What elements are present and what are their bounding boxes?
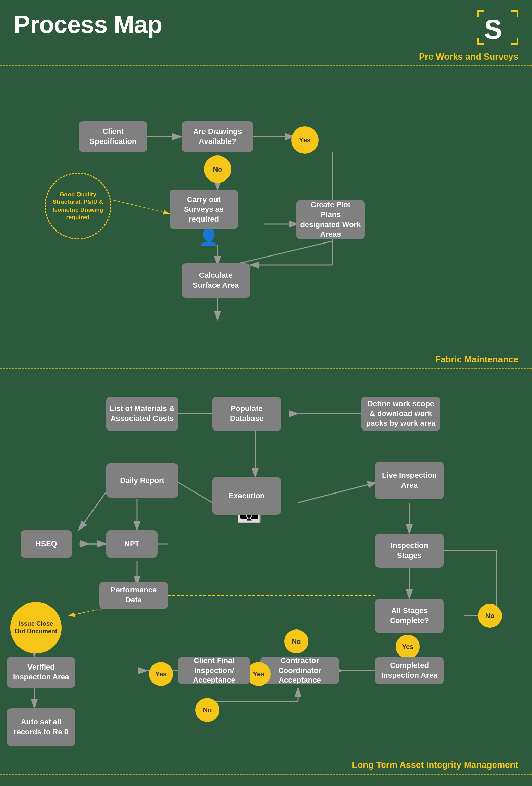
populate-box: Populate Database <box>212 397 281 431</box>
daily-report-box: Daily Report <box>106 463 178 498</box>
calculate-box: Calculate Surface Area <box>182 263 250 298</box>
issue-close-circle: Issue Close Out Document <box>10 602 62 653</box>
longterm-section: Warranty Inspections 12 Month Inspection… <box>0 782 532 786</box>
good-quality-circle: Good Quality Structural, P&ID & Isometri… <box>45 173 111 239</box>
client-final-box: Client Final Inspection/ Acceptance <box>178 657 250 684</box>
pre-works-section: Client Specification Are Drawings Availa… <box>0 73 532 354</box>
performance-box: Performance Data <box>99 582 168 609</box>
no-contractor-circle: No <box>284 629 308 653</box>
all-stages-box: All Stages Complete? <box>375 599 444 633</box>
header: Process Map S <box>0 0 532 51</box>
section-label-fabric: Fabric Maintenance <box>0 354 532 365</box>
page-title: Process Map <box>14 10 162 38</box>
are-drawings-box: Are Drawings Available? <box>182 121 253 152</box>
client-spec-box: Client Specification <box>79 121 147 152</box>
fabric-divider <box>0 368 532 369</box>
yes-verified-circle: Yes <box>149 662 173 686</box>
section-label-longterm: Long Term Asset Integrity Management <box>0 760 532 770</box>
logo-letter: S <box>484 14 502 45</box>
no-stages-circle: No <box>478 604 502 628</box>
npt-box: NPT <box>106 530 158 558</box>
person-icon: 👤 <box>199 227 219 247</box>
verified-box: Verified Inspection Area <box>7 657 75 688</box>
create-plot-box: Create Plot Plans designated Work Areas <box>296 200 365 239</box>
list-materials-box: List of Materials & Associated Costs <box>106 397 178 431</box>
auto-set-box: Auto set all records to Re 0 <box>7 708 75 746</box>
contractor-box: Contractor Coordinator Acceptance <box>260 657 339 684</box>
completed-inspection-box: Completed Inspection Area <box>375 657 444 684</box>
yes-circle-1: Yes <box>291 126 319 154</box>
yes-client-circle: Yes <box>247 662 271 686</box>
no-client-circle: No <box>195 698 219 722</box>
svg-line-10 <box>113 200 170 214</box>
no-circle-1: No <box>204 155 231 183</box>
surveys-box: Carry out Surveys as required <box>170 190 238 229</box>
fabric-section: Define work scope & download work packs … <box>0 376 532 760</box>
yes-stages-circle: Yes <box>396 635 420 659</box>
live-inspection-box: Live Inspection Area <box>375 462 444 499</box>
section-label-pre: Pre Works and Surveys <box>0 51 532 62</box>
execution-box: Execution <box>212 477 281 515</box>
longterm-divider <box>0 774 532 775</box>
longterm-arrows <box>0 782 532 786</box>
define-work-box: Define work scope & download work packs … <box>361 397 440 431</box>
pre-works-divider <box>0 65 532 66</box>
hseq-box: HSEQ <box>21 530 72 558</box>
fabric-arrows <box>0 376 532 760</box>
logo: S <box>477 10 518 45</box>
svg-line-24 <box>298 482 377 503</box>
inspection-stages-box: Inspection Stages <box>375 534 444 568</box>
svg-line-18 <box>178 482 212 503</box>
